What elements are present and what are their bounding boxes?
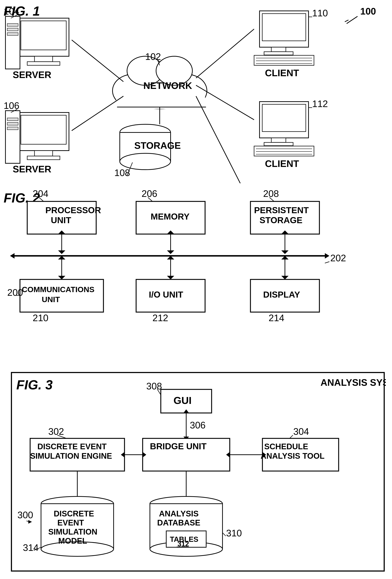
svg-text:208: 208 [263, 188, 279, 199]
svg-rect-15 [21, 115, 66, 144]
svg-text:EVENT: EVENT [57, 518, 84, 527]
svg-rect-14 [18, 113, 69, 150]
svg-text:SIMULATION ENGINE: SIMULATION ENGINE [30, 451, 112, 460]
svg-rect-8 [7, 24, 18, 26]
svg-rect-9 [7, 28, 18, 31]
fig3-diagram-container: ANALYSIS SYSTEM GUI 308 306 DISCRETE EVE… [11, 372, 385, 572]
svg-text:308: 308 [146, 381, 162, 391]
svg-point-28 [127, 56, 163, 85]
svg-text:BRIDGE UNIT: BRIDGE UNIT [150, 441, 207, 451]
svg-marker-188 [28, 520, 32, 524]
svg-text:SERVER: SERVER [13, 70, 51, 80]
svg-text:PROCESSOR: PROCESSOR [45, 205, 101, 215]
svg-text:212: 212 [153, 313, 168, 323]
svg-rect-21 [7, 127, 18, 130]
svg-line-42 [127, 162, 133, 176]
svg-line-80 [196, 96, 254, 183]
svg-line-76 [72, 40, 123, 82]
svg-text:ANALYSIS TOOL: ANALYSIS TOOL [261, 451, 324, 460]
svg-point-29 [156, 56, 192, 85]
svg-rect-17 [27, 156, 60, 160]
svg-rect-87 [136, 201, 205, 234]
svg-marker-103 [167, 250, 174, 254]
svg-text:NETWORK: NETWORK [143, 80, 192, 91]
svg-point-35 [120, 124, 171, 141]
svg-marker-109 [325, 253, 329, 259]
svg-text:112: 112 [312, 98, 328, 109]
svg-marker-106 [281, 250, 289, 254]
svg-marker-115 [167, 276, 174, 280]
svg-text:STORAGE: STORAGE [134, 140, 181, 151]
svg-rect-54 [259, 102, 309, 138]
fig2-label: FIG. 2 [4, 191, 40, 205]
svg-text:200: 200 [7, 287, 23, 298]
svg-marker-118 [281, 276, 289, 280]
svg-line-90 [148, 197, 153, 201]
svg-line-79 [196, 85, 254, 120]
svg-text:MEMORY: MEMORY [151, 212, 189, 221]
svg-marker-100 [58, 250, 65, 254]
svg-rect-57 [264, 143, 293, 146]
svg-rect-55 [262, 104, 306, 132]
fig3-diagram: ANALYSIS SYSTEM GUI 308 306 DISCRETE EVE… [12, 373, 386, 573]
svg-rect-119 [20, 280, 103, 312]
svg-text:300: 300 [17, 510, 33, 520]
fig1-label: FIG. 1 [4, 4, 40, 18]
svg-rect-16 [34, 150, 53, 156]
svg-text:UNIT: UNIT [42, 295, 60, 304]
svg-rect-46 [264, 52, 293, 55]
svg-line-78 [196, 29, 254, 78]
svg-line-23 [11, 109, 17, 113]
svg-text:GUI: GUI [173, 395, 192, 406]
svg-text:SCHEDULE: SCHEDULE [264, 442, 308, 451]
svg-text:CLIENT: CLIENT [265, 158, 299, 169]
svg-rect-56 [271, 138, 286, 143]
svg-text:DATABASE: DATABASE [157, 518, 200, 527]
svg-line-185 [223, 533, 226, 536]
svg-rect-4 [21, 21, 66, 50]
svg-text:306: 306 [190, 420, 206, 431]
svg-line-0 [347, 16, 358, 24]
svg-line-97 [325, 262, 329, 263]
svg-marker-105 [281, 230, 289, 234]
svg-text:CLIENT: CLIENT [265, 68, 299, 78]
svg-rect-18 [5, 111, 20, 163]
svg-text:SIMULATION: SIMULATION [48, 527, 97, 536]
svg-text:I/O UNIT: I/O UNIT [149, 290, 183, 299]
svg-text:STORAGE: STORAGE [259, 215, 302, 225]
svg-text:304: 304 [293, 426, 309, 437]
fig1-diagram: 100 104 SERVER 106 SERVER [0, 0, 392, 183]
svg-rect-5 [34, 56, 53, 62]
svg-rect-58 [254, 146, 314, 156]
svg-rect-126 [250, 280, 319, 312]
svg-text:110: 110 [312, 8, 328, 18]
svg-text:302: 302 [48, 426, 64, 437]
svg-marker-108 [10, 253, 14, 259]
svg-text:MODEL: MODEL [58, 536, 87, 545]
svg-marker-111 [58, 256, 65, 259]
svg-text:102: 102 [145, 51, 161, 62]
svg-marker-114 [167, 256, 174, 259]
svg-text:PERSISTENT: PERSISTENT [254, 205, 309, 215]
svg-marker-102 [167, 230, 174, 234]
svg-point-27 [167, 74, 207, 107]
svg-text:214: 214 [269, 313, 284, 323]
svg-point-37 [120, 153, 171, 170]
svg-text:314: 314 [23, 542, 39, 553]
svg-text:SERVER: SERVER [13, 164, 51, 174]
svg-rect-44 [262, 14, 306, 41]
svg-rect-36 [120, 133, 171, 161]
svg-rect-10 [7, 33, 18, 35]
svg-rect-123 [136, 280, 205, 312]
svg-text:UNIT: UNIT [51, 215, 71, 225]
svg-point-26 [113, 74, 153, 107]
svg-text:COMMUNICATIONS: COMMUNICATIONS [22, 285, 94, 294]
svg-point-25 [123, 62, 196, 109]
svg-marker-112 [58, 276, 65, 280]
svg-line-33 [158, 61, 160, 65]
svg-rect-82 [27, 201, 96, 234]
svg-text:DISCRETE EVENT: DISCRETE EVENT [37, 442, 107, 451]
svg-rect-47 [254, 55, 314, 65]
svg-text:ANALYSIS SYSTEM: ANALYSIS SYSTEM [320, 377, 386, 388]
svg-line-77 [72, 96, 123, 131]
